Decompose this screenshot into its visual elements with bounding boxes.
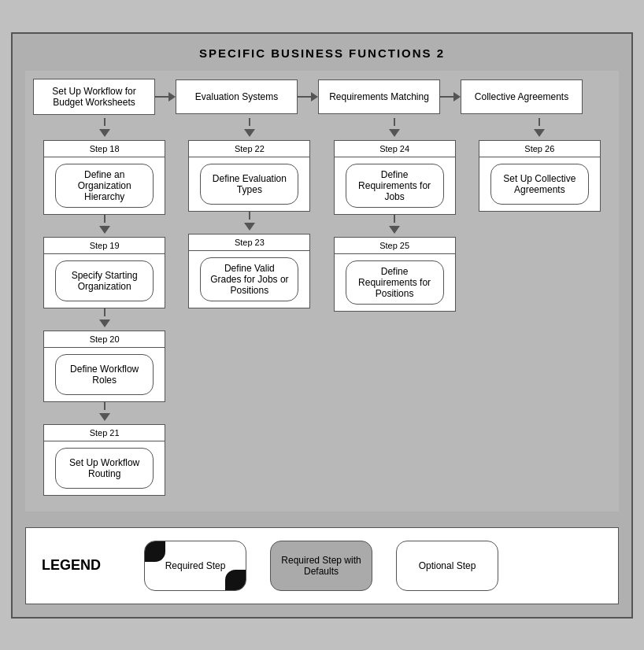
step-19-label: Step 19 (44, 238, 165, 254)
arrow-to-step18 (99, 118, 110, 140)
step-19-container: Step 19 Specify Starting Organization (43, 237, 165, 308)
legend-required-defaults-label: Required Step with Defaults (271, 552, 372, 580)
step-19-body: Specify Starting Organization (44, 254, 165, 308)
step-24-label: Step 24 (335, 141, 455, 157)
step-21-label: Step 21 (44, 425, 165, 441)
steps-col2: Step 22 Define Evaluation Types Step 23 … (184, 118, 314, 308)
step-24-body: Define Requirements for Jobs (335, 157, 455, 214)
step-18-label: Step 18 (44, 141, 165, 157)
arrow-to-step21 (99, 402, 110, 424)
legend-required-label: Required Step (165, 560, 226, 571)
legend-area: LEGEND Required Step Required Step with … (25, 527, 619, 604)
spacer-2-3 (315, 118, 330, 134)
step-21-container: Step 21 Set Up Workflow Routing (43, 424, 165, 496)
step-23-inner: Define Valid Grades for Jobs or Position… (200, 257, 298, 301)
header-col2: Evaluation Systems (176, 79, 298, 114)
step-23-container: Step 23 Define Valid Grades for Jobs or … (188, 234, 310, 308)
arrow-to-step19 (99, 215, 110, 237)
header-row: Set Up Workflow for Budget Worksheets Ev… (33, 79, 611, 115)
spacer-1-2 (169, 118, 184, 134)
arrow-to-step22 (244, 118, 255, 140)
step-20-body: Define Workflow Roles (44, 348, 165, 401)
step-23-body: Define Valid Grades for Jobs or Position… (189, 251, 309, 308)
legend-required-box: Required Step (144, 541, 246, 591)
steps-col3: Step 24 Define Requirements for Jobs Ste… (329, 118, 459, 312)
legend-optional-box: Optional Step (396, 541, 498, 591)
step-25-label: Step 25 (335, 238, 455, 254)
arrow-to-step24 (389, 118, 400, 140)
arrow-to-step23 (244, 212, 255, 234)
step-22-body: Define Evaluation Types (189, 157, 309, 211)
step-18-body: Define an Organization Hierarchy (44, 157, 165, 214)
legend-title: LEGEND (42, 557, 120, 574)
header-col3: Requirements Matching (318, 79, 440, 114)
step-20-inner: Define Workflow Roles (55, 354, 154, 395)
step-25-inner: Define Requirements for Positions (346, 260, 444, 305)
spacer-3-4 (460, 118, 475, 134)
step-23-label: Step 23 (189, 235, 309, 251)
arrow-h-2-3 (298, 92, 318, 102)
arrow-h-1-2 (155, 92, 176, 102)
arrow-to-step25 (389, 215, 400, 237)
step-18-inner: Define an Organization Hierarchy (55, 164, 154, 208)
step-26-body: Set Up Collective Agreements (479, 157, 600, 211)
step-26-inner: Set Up Collective Agreements (490, 164, 589, 205)
legend-required-defaults-item: Required Step with Defaults (270, 541, 372, 591)
arrow-to-step20 (99, 308, 110, 331)
header-col1: Set Up Workflow for Budget Worksheets (33, 79, 155, 115)
step-25-body: Define Requirements for Positions (335, 254, 455, 311)
step-22-inner: Define Evaluation Types (200, 164, 298, 205)
legend-required-item: Required Step (144, 541, 246, 591)
header-col4: Collective Agreements (461, 79, 583, 114)
step-18-container: Step 18 Define an Organization Hierarchy (43, 140, 165, 215)
steps-col1: Step 18 Define an Organization Hierarchy… (39, 118, 169, 496)
step-25-container: Step 25 Define Requirements for Position… (334, 237, 456, 312)
steps-col4: Step 26 Set Up Collective Agreements (475, 118, 605, 212)
step-24-container: Step 24 Define Requirements for Jobs (334, 140, 456, 215)
step-21-inner: Set Up Workflow Routing (55, 448, 154, 489)
arrow-h-3-4 (440, 92, 461, 102)
outer-container: SPECIFIC BUSINESS FUNCTIONS 2 Set Up Wor… (11, 32, 633, 619)
legend-optional-item: Optional Step (396, 541, 498, 591)
arrow-to-step26 (534, 118, 545, 140)
legend-optional-label: Optional Step (419, 560, 476, 571)
step-26-label: Step 26 (479, 141, 600, 157)
step-20-container: Step 20 Define Workflow Roles (43, 331, 165, 402)
step-22-container: Step 22 Define Evaluation Types (188, 140, 310, 212)
step-22-label: Step 22 (189, 141, 309, 157)
step-19-inner: Specify Starting Organization (55, 260, 154, 301)
legend-required-defaults-box: Required Step with Defaults (270, 541, 372, 591)
main-title: SPECIFIC BUSINESS FUNCTIONS 2 (25, 46, 619, 60)
step-24-inner: Define Requirements for Jobs (346, 164, 444, 208)
step-20-label: Step 20 (44, 331, 165, 348)
step-26-container: Step 26 Set Up Collective Agreements (479, 140, 601, 212)
step-21-body: Set Up Workflow Routing (44, 441, 165, 495)
diagram-area: Set Up Workflow for Budget Worksheets Ev… (25, 71, 619, 512)
steps-section: Step 18 Define an Organization Hierarchy… (33, 118, 611, 496)
